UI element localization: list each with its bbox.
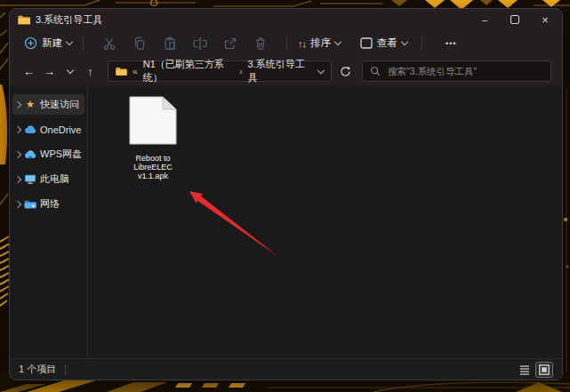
sort-button-label: 排序: [310, 36, 331, 50]
sidebar-item-label: 此电脑: [40, 172, 69, 186]
breadcrumb-current[interactable]: 3.系统引导工具: [248, 58, 309, 84]
paste-button[interactable]: [155, 34, 185, 53]
onedrive-cloud-icon: [24, 125, 36, 134]
view-button[interactable]: 查看: [360, 36, 407, 50]
new-button-label: 新建: [42, 36, 62, 50]
breadcrumb[interactable]: « N1（已刷第三方系统） › 3.系统引导工具: [108, 60, 332, 82]
cut-button[interactable]: [94, 34, 124, 53]
wps-cloud-icon: [24, 150, 36, 159]
scissors-icon: [102, 36, 116, 51]
chevron-right-icon[interactable]: [14, 125, 21, 132]
files-pane[interactable]: Reboot to LibreELEC v1.1.apk: [89, 86, 562, 358]
clipboard-icon: [163, 36, 177, 51]
search-box[interactable]: [362, 60, 551, 82]
chevron-right-icon[interactable]: [14, 200, 21, 207]
network-folder-icon: [24, 199, 36, 209]
copy-icon: [132, 36, 147, 51]
trash-icon: [253, 36, 268, 51]
sidebar-item-onedrive[interactable]: OneDrive - Persona: [12, 119, 84, 140]
file-name-label: Reboot to LibreELEC v1.1.apk: [123, 154, 183, 180]
star-icon: ★: [26, 99, 35, 110]
recent-locations-button[interactable]: [60, 60, 80, 82]
chevron-down-icon: [401, 38, 408, 45]
command-toolbar: 新建: [10, 30, 562, 56]
refresh-button[interactable]: [334, 60, 356, 82]
close-icon: ×: [542, 13, 549, 27]
large-icons-view-button[interactable]: [535, 362, 553, 378]
sidebar-item-label: 快速访问: [40, 98, 79, 111]
monitor-icon: [24, 174, 36, 184]
breadcrumb-parent[interactable]: N1（已刷第三方系统）: [143, 58, 234, 84]
toolbar-divider: [83, 36, 84, 51]
rename-button[interactable]: [185, 34, 215, 53]
content-area: ★ 快速访问 OneDrive - Persona: [10, 86, 562, 358]
sidebar-item-label: OneDrive - Persona: [40, 124, 84, 135]
up-button[interactable]: ↑: [80, 60, 100, 82]
view-layout-icon: [360, 37, 373, 49]
status-divider: [65, 364, 66, 375]
rename-icon: [193, 36, 208, 51]
chevron-right-icon[interactable]: [14, 100, 21, 108]
view-button-label: 查看: [377, 36, 397, 50]
plus-circle-icon: [24, 36, 37, 50]
minimize-icon: –: [482, 14, 487, 25]
sidebar-item-quick-access[interactable]: ★ 快速访问: [12, 94, 84, 115]
close-button[interactable]: ×: [530, 9, 560, 30]
folder-icon: [116, 66, 127, 76]
chevron-down-icon: [334, 38, 341, 45]
toolbar-divider: [421, 36, 422, 51]
window-title: 3.系统引导工具: [36, 13, 102, 27]
sidebar-item-this-pc[interactable]: 此电脑: [12, 169, 84, 189]
navigation-pane: ★ 快速访问 OneDrive - Persona: [10, 86, 88, 358]
minimize-button[interactable]: –: [470, 9, 500, 30]
chevron-down-icon: [66, 66, 73, 73]
sidebar-item-wps-cloud[interactable]: WPS网盘: [12, 144, 84, 164]
share-icon: [223, 36, 237, 51]
details-view-button[interactable]: [516, 362, 534, 378]
search-icon: [370, 66, 381, 76]
crumb-separator: ›: [239, 66, 243, 76]
collapsed-crumbs-icon[interactable]: «: [132, 66, 138, 76]
search-input[interactable]: [386, 65, 543, 77]
forward-button[interactable]: →: [39, 60, 60, 82]
explorer-window: 3.系统引导工具 – × 新建: [9, 8, 563, 380]
title-bar[interactable]: 3.系统引导工具 – ×: [10, 9, 562, 30]
new-button[interactable]: 新建: [24, 36, 72, 50]
chevron-down-icon[interactable]: [317, 66, 325, 73]
blank-file-icon: [129, 96, 177, 145]
more-options-button[interactable]: •••: [446, 39, 456, 48]
large-icons-view-icon: [539, 364, 550, 375]
chevron-right-icon[interactable]: [14, 175, 21, 182]
status-bar: 1 个项目: [10, 358, 562, 380]
folder-icon: [18, 14, 30, 25]
refresh-icon: [340, 66, 351, 77]
details-view-icon: [519, 364, 530, 375]
sidebar-item-label: 网络: [40, 197, 60, 211]
delete-button[interactable]: [245, 34, 276, 53]
maximize-icon: [510, 15, 519, 24]
sidebar-item-label: WPS网盘: [40, 148, 82, 161]
toolbar-divider: [286, 36, 287, 51]
sort-button[interactable]: ↑↓ 排序: [298, 36, 341, 50]
back-icon: ←: [23, 65, 35, 78]
chevron-right-icon[interactable]: [14, 150, 21, 157]
sort-arrows-icon: ↑↓: [298, 38, 306, 49]
back-button[interactable]: ←: [19, 60, 39, 82]
forward-icon: →: [44, 65, 55, 78]
copy-button[interactable]: [124, 34, 155, 53]
item-count: 1 个项目: [19, 363, 56, 376]
file-item[interactable]: Reboot to LibreELEC v1.1.apk: [123, 96, 183, 180]
sidebar-item-network[interactable]: 网络: [12, 194, 84, 214]
up-icon: ↑: [87, 65, 93, 78]
maximize-button[interactable]: [500, 9, 530, 30]
share-button[interactable]: [215, 34, 245, 53]
chevron-down-icon: [66, 38, 73, 45]
address-bar: ← → ↑ « N1（已刷第三方系统） › 3.系统引导工具: [10, 56, 562, 86]
